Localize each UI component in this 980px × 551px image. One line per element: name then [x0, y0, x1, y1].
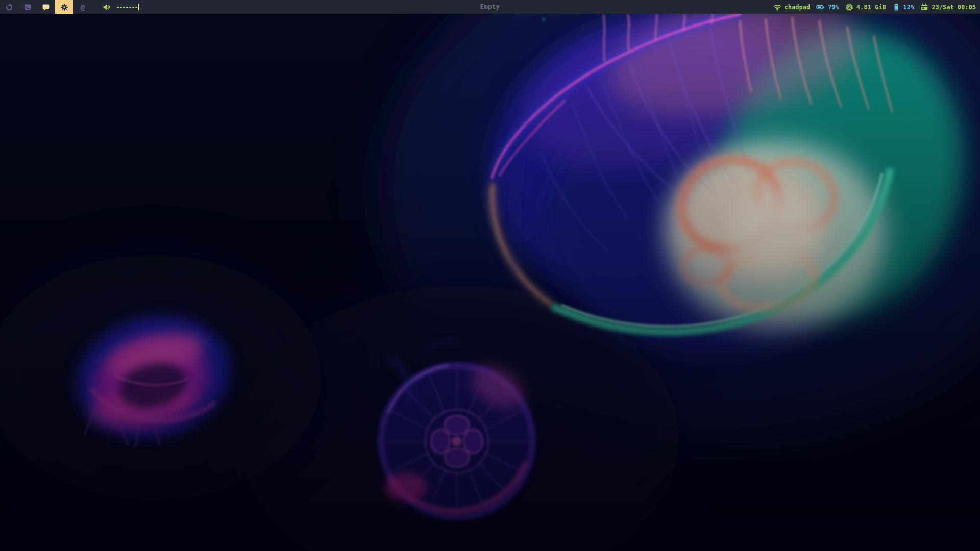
volume-slider[interactable] — [117, 4, 139, 11]
memory-widget: 4.81 GiB — [845, 3, 886, 11]
status-widgets: chadpad 79% — [773, 3, 980, 11]
workspace-chat[interactable] — [37, 0, 55, 14]
chat-bubble-icon — [42, 3, 50, 11]
cpu-widget: 12% — [892, 3, 915, 11]
network-ssid: chadpad — [785, 4, 811, 11]
window-title: Empty — [480, 0, 500, 14]
battery-percent: 79% — [828, 4, 839, 11]
volume-slider-cursor — [138, 4, 139, 10]
date-time: 23/Sat 00:05 — [932, 4, 976, 11]
cpu-percent: 12% — [903, 4, 915, 11]
status-bar: @ Empty — [0, 0, 980, 14]
calendar-icon — [920, 3, 928, 11]
speaker-icon — [103, 3, 111, 11]
workspace-settings-active[interactable] — [55, 0, 74, 14]
battery-icon — [816, 3, 825, 11]
wifi-icon — [773, 3, 781, 11]
volume-widget[interactable] — [103, 3, 139, 11]
volume-slider-track — [117, 7, 138, 8]
workspace-mail[interactable]: @ — [74, 0, 92, 14]
workspace-list: @ — [0, 0, 92, 14]
memory-usage: 4.81 GiB — [856, 4, 886, 11]
at-icon: @ — [81, 4, 85, 11]
cpu-chip-icon — [845, 3, 853, 11]
workspace-terminal[interactable] — [18, 0, 37, 14]
terminal-icon — [23, 3, 32, 11]
ram-stick-icon — [892, 3, 900, 11]
network-widget: chadpad — [773, 3, 811, 11]
workspace-browser[interactable] — [0, 0, 18, 14]
battery-widget: 79% — [816, 3, 839, 11]
wallpaper-jellyfish — [0, 0, 980, 551]
firefox-icon — [5, 3, 13, 11]
clock-widget: 23/Sat 00:05 — [920, 3, 976, 11]
gear-icon — [60, 3, 68, 11]
